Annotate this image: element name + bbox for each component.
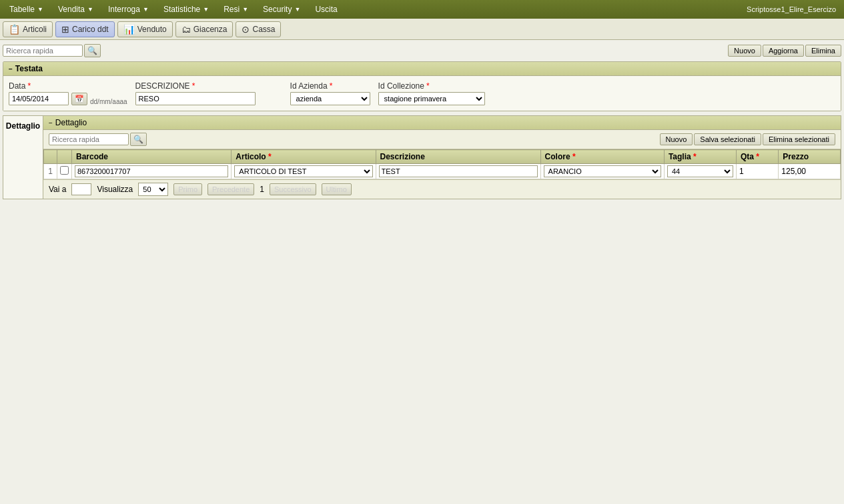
cassa-button[interactable]: ⊙ Cassa [236,21,281,37]
id-collezione-select[interactable]: stagione primavera [378,92,485,105]
elimina-selezionati-button[interactable]: Elimina selezionati [763,133,835,145]
descrizione-label: DESCRIZIONE * [135,81,282,91]
menubar: Tabelle ▼ Vendita ▼ Interroga ▼ Statisti… [0,0,844,19]
ultimo-button[interactable]: Ultimo [322,183,352,195]
date-group: 📅 dd/mm/aaaa [9,92,127,105]
descrizione-group: DESCRIZIONE * [135,81,282,105]
giacenza-icon: 🗂 [181,24,191,35]
menu-vendita[interactable]: Vendita ▼ [51,2,100,17]
menu-security[interactable]: Security ▼ [256,2,307,17]
id-azienda-label: Id Azienda * [290,81,370,91]
dettaglio-table-wrapper: Barcode Articolo * Descrizione Colore * [43,149,841,179]
precedente-button[interactable]: Precedente [207,183,254,195]
visualizza-label: Visualizza [97,185,133,194]
id-azienda-group: Id Azienda * azienda [290,81,370,105]
cassa-icon: ⊙ [242,24,250,35]
descrizione-input[interactable] [135,92,256,105]
row-checkbox-cell [57,164,72,179]
cell-descrizione [376,164,540,179]
dettaglio-nuovo-button[interactable]: Nuovo [660,133,693,145]
nuovo-button[interactable]: Nuovo [728,45,761,57]
cell-taglia: 44 [664,164,736,179]
menu-statistiche[interactable]: Statistiche ▼ [157,2,216,17]
prezzo-value: 125,00 [781,167,806,176]
top-action-buttons: Nuovo Aggiorna Elimina [728,45,841,57]
qta-value: 1 [739,167,744,176]
giacenza-button[interactable]: 🗂 Giacenza [175,21,234,37]
col-prezzo: Prezzo [779,150,841,164]
dettaglio-search-button[interactable]: 🔍 [130,133,147,146]
top-search-button[interactable]: 🔍 [84,44,101,57]
chevron-down-icon: ▼ [87,6,93,13]
col-descrizione: Descrizione [376,150,540,164]
app-title: Scriptosse1_Elire_Esercizo [747,5,841,13]
table-head: Barcode Articolo * Descrizione Colore * [44,150,841,164]
menu-uscita[interactable]: Uscita [308,2,344,17]
venduto-button[interactable]: 📊 Venduto [117,21,173,37]
id-azienda-select[interactable]: azienda [290,92,370,105]
chevron-down-icon: ▼ [37,6,43,13]
chevron-down-icon: ▼ [143,6,149,13]
menu-resi[interactable]: Resi ▼ [217,2,255,17]
elimina-button[interactable]: Elimina [805,45,841,57]
articoli-icon: 📋 [9,24,20,35]
articoli-button[interactable]: 📋 Articoli [3,21,53,37]
col-taglia: Taglia * [664,150,736,164]
testata-title: Testata [15,64,43,73]
top-actions-row: 🔍 Nuovo Aggiorna Elimina [3,43,841,59]
venduto-icon: 📊 [123,24,135,35]
id-collezione-label: Id Collezione * [378,81,485,91]
testata-section: − Testata Data * 📅 dd/mm/aaaa [3,61,841,111]
collezione-required-star: * [426,81,430,91]
carico-ddt-button[interactable]: ⊞ Carico ddt [55,21,115,37]
carico-ddt-icon: ⊞ [61,24,69,35]
col-qta: Qta * [736,150,778,164]
aggiorna-button[interactable]: Aggiorna [763,45,804,57]
menu-tabelle[interactable]: Tabelle ▼ [3,2,50,17]
taglia-select[interactable]: 44 [667,165,733,177]
col-barcode: Barcode [72,150,232,164]
pagination-row: Vai a Visualizza 10 25 50 100 Primo Prec… [43,179,841,199]
col-check [57,150,72,164]
toolbar: 📋 Articoli ⊞ Carico ddt 📊 Venduto 🗂 Giac… [0,19,844,40]
top-search-input[interactable] [3,45,83,57]
colore-select[interactable]: ARANCIO [544,165,661,177]
vai-a-label: Vai a [49,185,66,194]
primo-button[interactable]: Primo [173,183,202,195]
dettaglio-toolbar: 🔍 Nuovo Salva selezionati Elimina selezi… [43,130,841,149]
dettaglio-table-body: 1 ARTICOLO DI TEST [44,164,841,179]
row-num: 1 [44,164,57,179]
dettaglio-table: Barcode Articolo * Descrizione Colore * [43,149,841,179]
calendar-button[interactable]: 📅 [71,93,87,105]
vai-a-input[interactable] [71,183,91,195]
col-num [44,150,57,164]
top-search-box: 🔍 [3,44,101,57]
col-articolo: Articolo * [232,150,376,164]
barcode-input[interactable] [75,165,228,177]
data-group: Data * 📅 dd/mm/aaaa [9,81,127,105]
descrizione-row-input[interactable] [379,165,538,177]
dettaglio-outer: Dettaglio − Dettaglio 🔍 Nuovo Salva sele… [3,115,841,199]
col-colore: Colore * [540,150,664,164]
row-checkbox[interactable] [60,166,69,175]
dettaglio-search-input[interactable] [49,133,129,145]
menu-interroga[interactable]: Interroga ▼ [101,2,155,17]
date-hint: dd/mm/aaaa [90,98,127,105]
id-collezione-group: Id Collezione * stagione primavera [378,81,485,105]
dettaglio-header: − Dettaglio [43,116,841,130]
data-input[interactable] [9,92,69,105]
articolo-select[interactable]: ARTICOLO DI TEST [234,165,372,177]
cell-articolo: ARTICOLO DI TEST [232,164,376,179]
current-page: 1 [260,185,264,194]
successivo-button[interactable]: Successivo [270,183,316,195]
cell-prezzo: 125,00 [779,164,841,179]
chevron-down-icon: ▼ [203,6,209,13]
dettaglio-toggle-icon: − [49,119,53,127]
data-label: Data * [9,81,127,91]
dettaglio-label: Dettaglio [3,115,43,199]
dettaglio-title: Dettaglio [55,118,87,127]
dettaglio-content: − Dettaglio 🔍 Nuovo Salva selezionati El… [43,115,841,199]
salva-selezionati-button[interactable]: Salva selezionati [694,133,761,145]
testata-header[interactable]: − Testata [3,62,841,76]
visualizza-select[interactable]: 10 25 50 100 [138,183,168,196]
